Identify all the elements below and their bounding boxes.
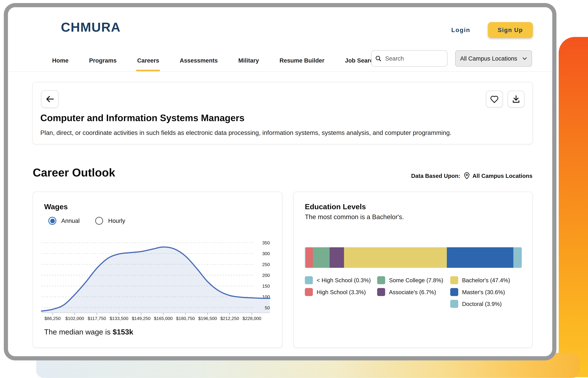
education-stacked-bar — [305, 247, 522, 268]
header: CHMURA Login Sign Up Home Programs Caree… — [8, 7, 552, 72]
legend-item: Doctoral (3.9%) — [450, 300, 510, 308]
page: CHMURA Login Sign Up Home Programs Caree… — [0, 0, 588, 378]
legend-swatch — [450, 276, 458, 284]
data-based-value[interactable]: All Campus Locations — [473, 172, 532, 179]
chevron-down-icon — [522, 57, 527, 60]
auth-area: Login Sign Up — [451, 22, 533, 38]
svg-text:$86,250: $86,250 — [44, 316, 61, 321]
hourly-radio-circle[interactable] — [95, 217, 103, 225]
education-card: Education Levels The most common is a Ba… — [294, 192, 532, 348]
legend-label: Bachelor's (47.4%) — [462, 277, 510, 284]
education-subtitle: The most common is a Bachelor's. — [305, 213, 404, 221]
search-input[interactable] — [384, 54, 443, 62]
median-wage-value: $153k — [113, 328, 133, 336]
hourly-radio-label: Hourly — [108, 217, 125, 224]
legend-column: Bachelor's (47.4%)Master's (30.6%)Doctor… — [450, 276, 510, 308]
nav-item-home[interactable]: Home — [51, 57, 69, 71]
app-window: CHMURA Login Sign Up Home Programs Caree… — [4, 3, 556, 360]
legend-item: Some College (7.8%) — [377, 276, 450, 284]
legend-column: < High School (0.3%)High School (3.3%) — [305, 276, 377, 308]
legend-swatch — [377, 288, 385, 296]
education-title: Education Levels — [305, 202, 366, 211]
signup-button[interactable]: Sign Up — [488, 22, 533, 38]
annual-radio-label: Annual — [61, 217, 80, 224]
legend-label: Master's (30.6%) — [462, 289, 505, 295]
brand-name: CHMURA — [61, 20, 121, 34]
heart-icon — [490, 95, 499, 103]
nav-item-careers[interactable]: Careers — [136, 57, 160, 71]
annual-radio[interactable]: Annual — [48, 217, 80, 225]
occupation-card-actions — [486, 91, 524, 107]
primary-nav: Home Programs Careers Assessments Milita… — [51, 57, 378, 71]
svg-text:$165,000: $165,000 — [154, 316, 173, 321]
svg-text:$212,250: $212,250 — [220, 316, 239, 321]
svg-text:350: 350 — [262, 240, 270, 245]
bar-segment-some-college — [313, 247, 330, 268]
svg-text:$180,750: $180,750 — [176, 316, 195, 321]
legend-label: < High School (0.3%) — [317, 277, 371, 284]
bar-segment-master-s — [447, 247, 513, 268]
hourly-radio[interactable]: Hourly — [95, 217, 125, 225]
bar-segment-doctoral — [513, 247, 522, 268]
bar-segment-high-school — [306, 247, 313, 268]
wage-type-radios: Annual Hourly — [48, 217, 125, 225]
svg-text:$133,500: $133,500 — [110, 316, 128, 321]
svg-text:200: 200 — [262, 273, 270, 278]
legend-item: High School (3.3%) — [305, 288, 377, 296]
occupation-card: Computer and Information Systems Manager… — [32, 82, 533, 145]
nav-item-military[interactable]: Military — [238, 57, 260, 71]
wages-card: Wages Annual Hourly 50100150200250300350… — [33, 192, 282, 348]
svg-text:$117,750: $117,750 — [88, 316, 106, 321]
back-button[interactable] — [41, 90, 59, 108]
svg-text:$196,500: $196,500 — [198, 316, 217, 321]
legend-column: Some College (7.8%)Associate's (6.7%) — [377, 276, 450, 308]
education-legend: < High School (0.3%)High School (3.3%)So… — [305, 276, 510, 308]
svg-text:300: 300 — [262, 251, 270, 256]
chmura-logo-icon — [34, 13, 56, 41]
nav-item-programs[interactable]: Programs — [88, 57, 117, 71]
occupation-title: Computer and Information Systems Manager… — [40, 113, 244, 123]
download-icon — [512, 95, 520, 103]
wage-distribution-chart: 50100150200250300350$86,250$102,000$117,… — [41, 238, 270, 322]
legend-swatch — [305, 288, 313, 296]
location-pin-icon — [464, 172, 470, 179]
legend-item: Master's (30.6%) — [450, 288, 510, 296]
background-accent-shape — [559, 37, 588, 377]
median-wage-text: The median wage is $153k — [44, 328, 133, 337]
data-based-upon: Data Based Upon: All Campus Locations — [411, 172, 532, 179]
brand-logo[interactable]: CHMURA — [34, 13, 121, 41]
bar-segment-associate-s — [330, 247, 344, 268]
login-link[interactable]: Login — [451, 27, 470, 33]
svg-text:$149,250: $149,250 — [132, 316, 151, 321]
nav-item-assessments[interactable]: Assessments — [179, 57, 218, 71]
legend-swatch — [450, 288, 458, 296]
favorite-button[interactable] — [486, 91, 503, 107]
download-button[interactable] — [508, 91, 524, 107]
search-box[interactable] — [371, 50, 447, 67]
legend-label: Doctoral (3.9%) — [462, 300, 502, 307]
legend-swatch — [377, 276, 385, 284]
campus-locations-dropdown[interactable]: All Campus Locations — [455, 50, 532, 67]
legend-label: High School (3.3%) — [317, 289, 366, 295]
legend-item: Bachelor's (47.4%) — [450, 276, 510, 284]
wages-title: Wages — [44, 202, 68, 211]
legend-swatch — [305, 276, 313, 284]
legend-swatch — [450, 300, 458, 308]
back-arrow-icon — [45, 95, 54, 103]
section-title: Career Outlook — [33, 166, 115, 179]
svg-text:$102,000: $102,000 — [65, 316, 84, 321]
svg-text:150: 150 — [262, 284, 270, 289]
occupation-description: Plan, direct, or coordinate activities i… — [40, 129, 452, 136]
legend-label: Associate's (6.7%) — [389, 289, 436, 295]
svg-text:250: 250 — [262, 262, 270, 267]
data-based-label: Data Based Upon: — [411, 172, 460, 179]
legend-item: Associate's (6.7%) — [377, 288, 450, 296]
legend-item: < High School (0.3%) — [305, 276, 377, 284]
legend-label: Some College (7.8%) — [389, 277, 443, 284]
bar-segment-bachelor-s — [344, 247, 447, 268]
svg-text:$228,000: $228,000 — [243, 316, 261, 321]
nav-item-resume-builder[interactable]: Resume Builder — [279, 57, 325, 71]
search-icon — [375, 55, 381, 62]
dropdown-value: All Campus Locations — [460, 55, 517, 62]
annual-radio-circle[interactable] — [48, 217, 56, 225]
